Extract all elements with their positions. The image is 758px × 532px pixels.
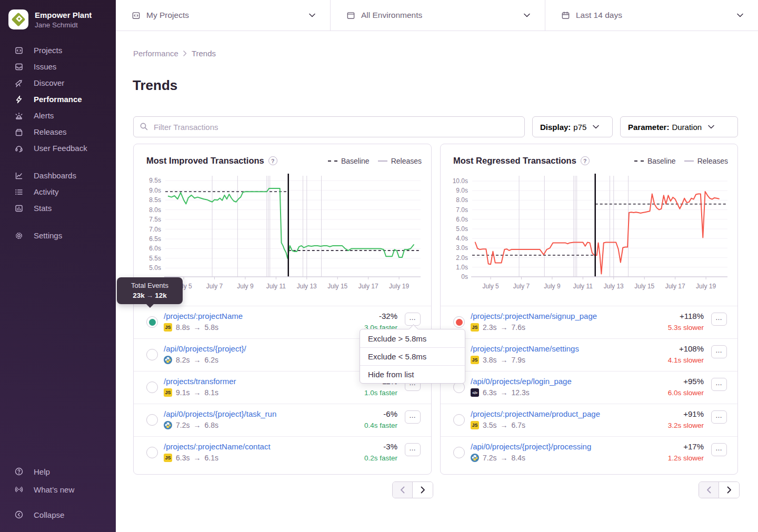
- projects-icon: [14, 45, 24, 56]
- sidebar-item-alerts[interactable]: Alerts: [0, 107, 116, 124]
- svg-text:9.0s: 9.0s: [456, 187, 468, 194]
- javascript-badge: JS: [471, 323, 479, 332]
- transaction-link[interactable]: /projects/:projectName/signup_page: [471, 312, 597, 320]
- transaction-link[interactable]: /api/0/projects/{project}/: [164, 344, 246, 353]
- regressed-chart[interactable]: 0s1.0s2.0s3.0s4.0s5.0s6.0s7.0s8.0s9.0s10…: [445, 168, 733, 301]
- sidebar-item-performance[interactable]: Performance: [0, 91, 116, 107]
- sidebar-item-label: Performance: [34, 95, 82, 104]
- user-feedback-icon: [14, 143, 24, 154]
- more-options-button[interactable]: …: [405, 443, 421, 456]
- transaction-link[interactable]: /api/0/projects/{project}/processing: [471, 442, 591, 451]
- chevron-right-icon: [183, 51, 187, 56]
- sidebar-item-help[interactable]: Help: [0, 463, 116, 480]
- more-options-button[interactable]: …: [711, 410, 727, 424]
- svg-text:4.0s: 4.0s: [456, 235, 468, 242]
- transaction-durations: JS2.3s→7.6s: [471, 323, 525, 332]
- chart-legend: Baseline Releases: [634, 157, 728, 165]
- tooltip-values: 23k→12k: [120, 292, 179, 299]
- svg-text:7.5s: 7.5s: [149, 216, 161, 223]
- sidebar-item-releases[interactable]: Releases: [0, 124, 116, 140]
- more-options-button[interactable]: …: [405, 410, 421, 424]
- sidebar-item-issues[interactable]: Issues: [0, 58, 116, 75]
- svg-text:5.0s: 5.0s: [149, 264, 161, 272]
- more-options-button[interactable]: …: [711, 313, 727, 326]
- duration-before: 9.1s: [176, 388, 190, 397]
- sidebar-item-label: Help: [34, 467, 50, 476]
- sidebar-item-activity[interactable]: Activity: [0, 184, 116, 200]
- org-switcher[interactable]: Empower Plant Jane Schmidt: [0, 0, 116, 37]
- sidebar-item-discover[interactable]: Discover: [0, 75, 116, 91]
- menu-item-exclude-below[interactable]: Exclude < 5.8ms: [360, 347, 465, 365]
- filter-transactions-input[interactable]: [133, 116, 525, 137]
- more-options-button[interactable]: …: [711, 345, 727, 358]
- sidebar-item-whats-new[interactable]: What’s new: [0, 480, 116, 498]
- regressed-transaction-list: /projects/:projectName/signup_pageJS2.3s…: [441, 306, 737, 469]
- arrow-icon: →: [193, 454, 201, 462]
- window-icon: [346, 11, 355, 20]
- duration-delta: 4.1s slower: [625, 356, 704, 364]
- svg-text:8.0s: 8.0s: [149, 206, 161, 214]
- display-dropdown[interactable]: Display: p75: [532, 116, 613, 137]
- help-icon[interactable]: ?: [268, 156, 277, 165]
- transaction-link[interactable]: /projects/:projectName/settings: [471, 344, 579, 353]
- sidebar-item-label: User Feedback: [34, 144, 87, 153]
- sidebar-item-projects[interactable]: Projects: [0, 42, 116, 58]
- next-page-button[interactable]: [413, 482, 433, 498]
- sidebar-item-stats[interactable]: Stats: [0, 200, 116, 216]
- date-range-selector[interactable]: Last 14 days: [545, 0, 758, 31]
- transaction-link[interactable]: /projects/:projectName/contact: [164, 442, 271, 451]
- environment-selector[interactable]: All Environments: [330, 0, 545, 31]
- legend-baseline-label: Baseline: [647, 157, 676, 165]
- prev-page-button[interactable]: [393, 482, 413, 498]
- svg-text:10.0s: 10.0s: [453, 177, 468, 185]
- menu-item-hide-from-list[interactable]: Hide from list: [360, 365, 465, 383]
- next-page-button[interactable]: [719, 482, 739, 498]
- transaction-link[interactable]: /projects/:projectName/product_page: [471, 409, 600, 418]
- transaction-link[interactable]: /api/0/projects/{project}/task_run: [164, 409, 276, 418]
- transaction-link[interactable]: /api/0/projects/ep/login_page: [471, 377, 572, 386]
- chart-tooltip: Total Events 23k→12k: [117, 277, 183, 304]
- prev-page-button[interactable]: [699, 482, 719, 498]
- sidebar-item-label: Releases: [34, 127, 67, 136]
- sidebar-item-user-feedback[interactable]: User Feedback: [0, 140, 116, 156]
- transaction-link[interactable]: /projects/:projectName: [164, 312, 243, 320]
- duration-before: 8.8s: [176, 323, 190, 332]
- parameter-dropdown[interactable]: Parameter: Duration: [620, 116, 738, 137]
- help-icon[interactable]: ?: [581, 156, 590, 165]
- transaction-radio[interactable]: [146, 349, 158, 360]
- sidebar-item-label: Settings: [34, 231, 62, 240]
- percent-change: +118%: [635, 312, 704, 320]
- breadcrumb-performance[interactable]: Performance: [133, 49, 178, 58]
- transaction-radio[interactable]: [453, 316, 465, 328]
- svg-text:July 13: July 13: [297, 283, 317, 290]
- arrow-icon: →: [193, 356, 201, 364]
- svg-text:July 15: July 15: [634, 283, 654, 290]
- more-options-button[interactable]: …: [711, 443, 727, 456]
- org-user: Jane Schmidt: [35, 21, 92, 29]
- transaction-radio[interactable]: [146, 382, 158, 393]
- menu-item-exclude-above[interactable]: Exclude > 5.8ms: [360, 329, 465, 347]
- sidebar-collapse-button[interactable]: Collapse: [0, 506, 116, 524]
- project-selector[interactable]: My Projects: [116, 0, 330, 31]
- duration-after: 8.1s: [204, 388, 218, 397]
- stats-icon: [14, 203, 24, 214]
- transaction-radio[interactable]: [146, 414, 158, 426]
- duration-before: 3.5s: [483, 421, 496, 429]
- chevron-down-icon: [524, 13, 530, 17]
- sidebar-item-dashboards[interactable]: Dashboards: [0, 167, 116, 184]
- date-range-label: Last 14 days: [576, 11, 622, 20]
- transaction-radio[interactable]: [146, 316, 158, 328]
- transaction-link[interactable]: /projects/transformer: [164, 377, 236, 386]
- duration-before: 6.3s: [483, 388, 496, 397]
- arrow-icon: →: [193, 323, 201, 332]
- help-icon: [14, 466, 24, 477]
- transaction-radio[interactable]: [453, 447, 465, 458]
- sidebar-item-settings[interactable]: Settings: [0, 227, 116, 244]
- python-badge: [164, 421, 172, 429]
- transaction-radio[interactable]: [146, 447, 158, 458]
- more-options-button[interactable]: …: [711, 378, 727, 391]
- chevron-down-icon: [708, 125, 714, 129]
- sidebar-item-label: What’s new: [34, 485, 74, 494]
- more-options-button[interactable]: …: [405, 313, 421, 326]
- transaction-radio[interactable]: [453, 414, 465, 426]
